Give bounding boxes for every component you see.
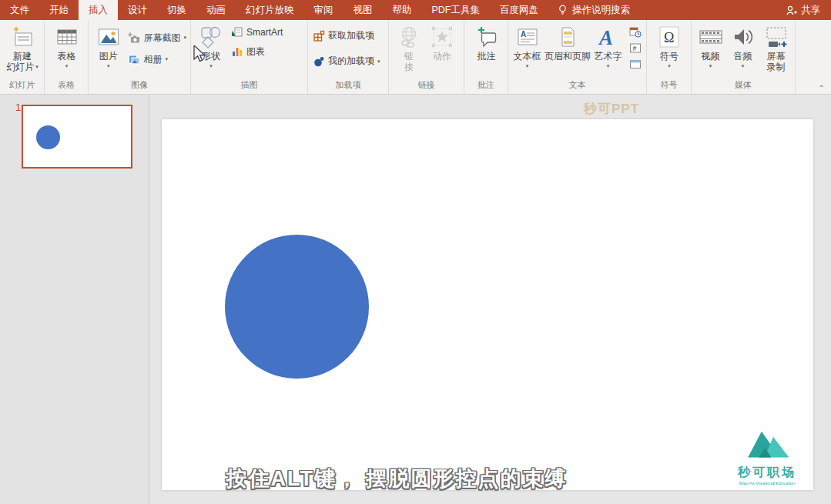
photo-album-label: 相册 [143, 53, 162, 66]
screenshot-label: 屏幕截图 [143, 32, 180, 45]
ribbon: 新建 幻灯片 ▾ 幻灯片 [0, 20, 831, 95]
tab-help[interactable]: 帮助 [383, 0, 422, 20]
new-slide-button[interactable]: 新建 幻灯片 ▾ [2, 23, 42, 72]
video-label: 视频 [702, 51, 720, 62]
action-icon [431, 25, 454, 49]
text-box-label: 文本框 [514, 51, 541, 62]
photo-album-button[interactable]: 相册 ▾ [126, 52, 189, 67]
slide-number-icon: # [629, 42, 642, 54]
link-label-line2: 接 [404, 62, 414, 72]
symbol-label: 符号 [660, 51, 679, 62]
action-button[interactable]: 动作 [427, 23, 457, 62]
smartart-button[interactable]: SmartArt [229, 25, 285, 40]
group-label-text: 文本 [508, 79, 646, 94]
screen-record-icon [765, 25, 788, 49]
audio-button[interactable]: 音频 ▾ [728, 23, 759, 69]
header-footer-label: 页眉和页脚 [545, 51, 591, 62]
group-images: 图片 ▾ 屏幕截图 ▾ [89, 20, 191, 94]
date-time-icon [629, 26, 642, 38]
group-symbols: Ω 符号 ▾ 符号 [647, 20, 692, 94]
svg-text:#: # [633, 45, 637, 52]
date-time-button[interactable] [628, 25, 643, 38]
group-media: 视频 ▾ 音频 ▾ [692, 20, 796, 94]
new-slide-icon [11, 25, 34, 49]
miaoke-logo-icon [742, 422, 792, 461]
screenshot-icon [128, 32, 140, 44]
slide-number-button[interactable]: # [628, 41, 643, 55]
share-button[interactable]: 共享 [786, 4, 820, 17]
group-label-images: 图像 [89, 79, 190, 94]
video-icon [699, 25, 723, 49]
object-icon [629, 58, 642, 70]
dropdown-caret: ▾ [107, 63, 110, 69]
group-comments: 批注 批注 [464, 20, 508, 94]
slide-editing-area[interactable]: 秒可职场 Miao Ke Vocational Education [162, 119, 813, 490]
share-person-icon [786, 5, 798, 15]
link-button[interactable]: 链 接 [396, 23, 422, 72]
tab-view[interactable]: 视图 [343, 0, 383, 20]
tab-home[interactable]: 开始 [39, 0, 79, 20]
slide-thumbnail-panel[interactable]: 1 [0, 95, 149, 504]
group-label-tables: 表格 [45, 79, 88, 94]
collapse-ribbon-button[interactable]: ⌃ [819, 84, 825, 92]
new-slide-label-line1: 新建 [13, 51, 32, 62]
picture-icon [98, 25, 119, 49]
link-icon [397, 25, 421, 49]
oval-shape[interactable] [225, 235, 369, 379]
tell-me-search[interactable]: 操作说明搜索 [548, 0, 639, 20]
object-button[interactable] [628, 57, 643, 71]
logo-title: 秒可职场 [727, 465, 807, 481]
logo-subtitle: Miao Ke Vocational Education [731, 481, 803, 485]
symbol-button[interactable]: Ω 符号 ▾ [652, 23, 687, 69]
my-add-ins-label: 我的加载项 [328, 55, 374, 68]
video-button[interactable]: 视频 ▾ [695, 23, 726, 69]
insert-table-button[interactable]: 表格 ▾ [49, 23, 85, 69]
search-label: 操作说明搜索 [572, 4, 630, 17]
dropdown-caret: ▾ [709, 63, 712, 69]
wordart-button[interactable]: A 艺术字 ▾ [591, 23, 625, 69]
wordart-label: 艺术字 [594, 51, 622, 62]
group-label-symbols: 符号 [647, 79, 691, 94]
group-add-ins: 获取加载项 我的加载项 ▾ 加载项 [308, 20, 389, 94]
text-box-button[interactable]: A 文本框 ▾ [511, 23, 544, 69]
comment-button[interactable]: 批注 [469, 23, 504, 62]
my-addins-icon [313, 55, 325, 68]
screen-recording-button[interactable]: 屏幕 录制 [760, 23, 792, 72]
table-icon [56, 25, 78, 49]
chart-label: 图表 [246, 45, 265, 58]
tab-review[interactable]: 审阅 [304, 0, 343, 20]
store-icon [313, 30, 325, 42]
group-tables: 表格 ▾ 表格 [45, 20, 89, 94]
svg-text:A: A [521, 30, 526, 38]
tab-transitions[interactable]: 切换 [157, 0, 196, 20]
audio-icon [732, 25, 755, 49]
tab-design[interactable]: 设计 [118, 0, 157, 20]
dropdown-caret: ▾ [668, 63, 671, 69]
header-footer-button[interactable]: 页眉和页脚 [544, 23, 591, 62]
miaoke-logo: 秒可职场 Miao Ke Vocational Education [727, 422, 807, 486]
chart-icon [231, 45, 243, 58]
omega-symbol-icon: Ω [658, 25, 681, 49]
tab-animations[interactable]: 动画 [196, 0, 236, 20]
powerpoint-window: 文件 开始 插入 设计 切换 动画 幻灯片放映 审阅 视图 帮助 PDF工具集 … [0, 0, 831, 504]
tab-slideshow[interactable]: 幻灯片放映 [236, 0, 304, 20]
tab-pdf-tools[interactable]: PDF工具集 [422, 0, 491, 20]
group-label-add-ins: 加载项 [308, 79, 388, 94]
svg-text:Ω: Ω [664, 30, 674, 45]
get-add-ins-button[interactable]: 获取加载项 [310, 28, 383, 44]
svg-text:A: A [598, 26, 613, 48]
dropdown-caret: ▾ [607, 63, 610, 69]
wordart-icon: A [596, 25, 619, 49]
tab-file[interactable]: 文件 [0, 0, 39, 20]
insert-picture-button[interactable]: 图片 ▾ [91, 23, 126, 69]
lightbulb-icon [558, 5, 568, 15]
tab-insert[interactable]: 插入 [79, 0, 118, 20]
share-label: 共享 [801, 4, 820, 17]
slide-thumbnail[interactable] [22, 105, 132, 169]
action-label: 动作 [433, 51, 451, 62]
get-add-ins-label: 获取加载项 [328, 29, 374, 42]
tab-baidu-netdisk[interactable]: 百度网盘 [490, 0, 548, 20]
screenshot-button[interactable]: 屏幕截图 ▾ [126, 30, 189, 45]
chart-button[interactable]: 图表 [229, 44, 285, 59]
my-add-ins-button[interactable]: 我的加载项 ▾ [310, 54, 383, 69]
